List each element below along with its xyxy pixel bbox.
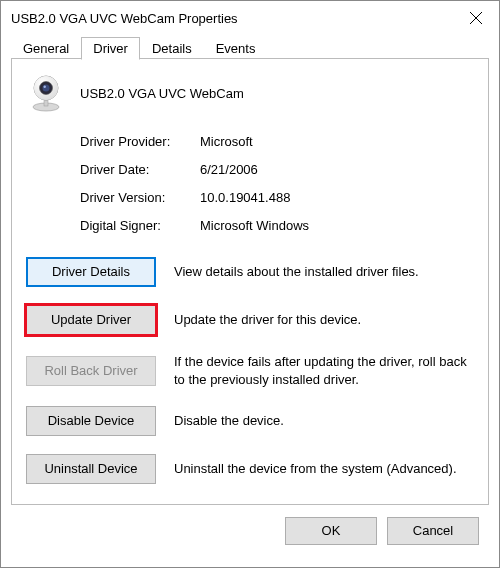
webcam-icon [26, 73, 66, 113]
driver-date-value: 6/21/2006 [200, 162, 258, 177]
driver-details-description: View details about the installed driver … [174, 263, 474, 281]
tab-strip: General Driver Details Events [11, 35, 489, 59]
roll-back-driver-button: Roll Back Driver [26, 356, 156, 386]
ok-button[interactable]: OK [285, 517, 377, 545]
update-driver-button[interactable]: Update Driver [26, 305, 156, 335]
close-button[interactable] [453, 1, 499, 35]
device-header: USB2.0 VGA UVC WebCam [26, 73, 474, 113]
dialog-button-bar: OK Cancel [11, 505, 489, 557]
driver-details-button[interactable]: Driver Details [26, 257, 156, 287]
properties-window: USB2.0 VGA UVC WebCam Properties General… [0, 0, 500, 568]
tab-general[interactable]: General [11, 37, 81, 59]
disable-device-button[interactable]: Disable Device [26, 406, 156, 436]
device-name: USB2.0 VGA UVC WebCam [80, 86, 244, 101]
driver-date-label: Driver Date: [80, 162, 200, 177]
close-icon [470, 12, 482, 24]
digital-signer-label: Digital Signer: [80, 218, 200, 233]
uninstall-device-button[interactable]: Uninstall Device [26, 454, 156, 484]
tab-events[interactable]: Events [204, 37, 268, 59]
tab-details[interactable]: Details [140, 37, 204, 59]
roll-back-driver-description: If the device fails after updating the d… [174, 353, 474, 388]
titlebar: USB2.0 VGA UVC WebCam Properties [1, 1, 499, 35]
window-title: USB2.0 VGA UVC WebCam Properties [11, 11, 238, 26]
driver-tab-page: USB2.0 VGA UVC WebCam Driver Provider: M… [11, 59, 489, 505]
disable-device-description: Disable the device. [174, 412, 474, 430]
svg-point-8 [44, 86, 46, 88]
driver-provider-label: Driver Provider: [80, 134, 200, 149]
driver-version-label: Driver Version: [80, 190, 200, 205]
update-driver-description: Update the driver for this device. [174, 311, 474, 329]
driver-provider-value: Microsoft [200, 134, 253, 149]
tab-driver[interactable]: Driver [81, 37, 140, 60]
cancel-button[interactable]: Cancel [387, 517, 479, 545]
svg-point-7 [43, 85, 50, 92]
driver-info: Driver Provider: Microsoft Driver Date: … [80, 127, 474, 239]
uninstall-device-description: Uninstall the device from the system (Ad… [174, 460, 474, 478]
digital-signer-value: Microsoft Windows [200, 218, 309, 233]
driver-version-value: 10.0.19041.488 [200, 190, 290, 205]
content-area: General Driver Details Events [1, 35, 499, 567]
